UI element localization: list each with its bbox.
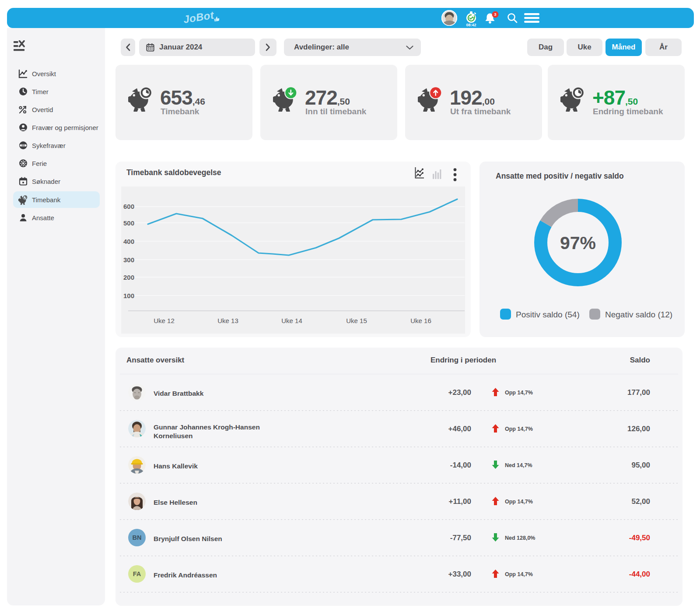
svg-text:3: 3	[494, 12, 496, 17]
